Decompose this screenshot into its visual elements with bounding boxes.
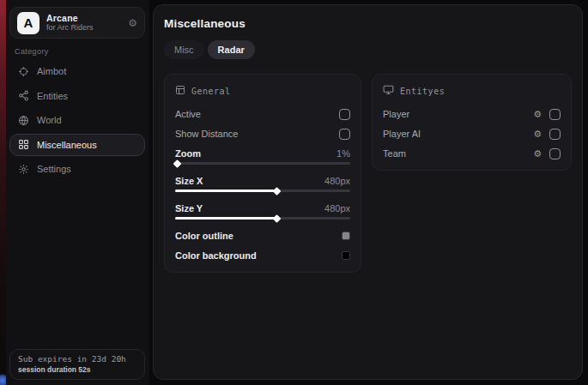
app-name: Arcane bbox=[46, 13, 121, 23]
color-outline-label: Color outline bbox=[175, 231, 233, 241]
sidebar-item-label: Settings bbox=[37, 164, 71, 174]
size-x-value: 480px bbox=[324, 176, 350, 186]
general-panel-header: General bbox=[175, 83, 350, 99]
app-subtitle: for Arc Riders bbox=[46, 23, 121, 32]
zoom-label: Zoom bbox=[175, 148, 201, 159]
tab-misc[interactable]: Misc bbox=[164, 40, 204, 59]
active-label: Active bbox=[175, 109, 201, 119]
sidebar-nav: Aimbot Entities World bbox=[9, 60, 145, 183]
player-ai-controls: ⚙ bbox=[533, 129, 561, 140]
size-x-slider-thumb[interactable] bbox=[273, 187, 282, 196]
player-row: Player ⚙ bbox=[383, 108, 561, 120]
sidebar: A Arcane for Arc Riders ⚙ Category Aimbo… bbox=[6, 0, 149, 385]
size-x-slider-fill bbox=[175, 189, 276, 192]
crosshair-icon bbox=[18, 66, 29, 77]
player-ai-label: Player AI bbox=[383, 129, 421, 139]
color-background-row: Color background bbox=[175, 250, 350, 262]
size-x-slider[interactable] bbox=[175, 189, 350, 192]
zoom-row: Zoom 1% bbox=[175, 147, 350, 159]
page-title: Miscellaneous bbox=[164, 17, 572, 30]
sidebar-item-label: Miscellaneous bbox=[37, 140, 97, 150]
size-y-slider[interactable] bbox=[175, 217, 350, 220]
zoom-slider-thumb[interactable] bbox=[173, 159, 182, 168]
player-ai-row: Player AI ⚙ bbox=[383, 128, 561, 140]
sidebar-item-world[interactable]: World bbox=[9, 109, 145, 131]
settings-gear-icon[interactable]: ⚙ bbox=[128, 17, 137, 29]
general-panel: General Active Show Distance Zoom 1% bbox=[164, 74, 361, 273]
globe-icon bbox=[18, 115, 29, 126]
color-outline-row: Color outline bbox=[175, 230, 350, 242]
team-row: Team ⚙ bbox=[383, 147, 561, 159]
tab-bar: Misc Radar bbox=[164, 40, 572, 59]
active-row: Active bbox=[175, 108, 350, 120]
app-window: A Arcane for Arc Riders ⚙ Category Aimbo… bbox=[0, 0, 588, 385]
sub-expiry-text: Sub expires in 23d 20h bbox=[18, 354, 136, 364]
logo-card: A Arcane for Arc Riders ⚙ bbox=[9, 7, 145, 39]
monitor-icon bbox=[383, 83, 394, 99]
game-background-edge bbox=[0, 0, 6, 385]
panels-row: General Active Show Distance Zoom 1% bbox=[164, 74, 572, 273]
entities-panel-title: Entityes bbox=[400, 87, 445, 96]
size-y-row: Size Y 480px bbox=[175, 202, 350, 214]
player-gear-icon[interactable]: ⚙ bbox=[533, 110, 542, 119]
team-gear-icon[interactable]: ⚙ bbox=[533, 149, 542, 159]
color-outline-swatch[interactable] bbox=[342, 232, 350, 240]
general-icon bbox=[175, 83, 185, 99]
size-y-value: 480px bbox=[324, 203, 350, 214]
category-label: Category bbox=[15, 47, 49, 56]
team-label: Team bbox=[383, 148, 406, 159]
size-x-row: Size X 480px bbox=[175, 175, 350, 187]
main-content: Miscellaneous Misc Radar General Active bbox=[153, 4, 583, 380]
size-x-label: Size X bbox=[175, 176, 203, 186]
grid-icon bbox=[18, 139, 29, 150]
general-panel-title: General bbox=[191, 87, 231, 96]
size-y-slider-fill bbox=[175, 217, 276, 220]
sidebar-item-entities[interactable]: Entities bbox=[9, 85, 145, 107]
active-checkbox[interactable] bbox=[339, 109, 350, 120]
entities-icon bbox=[18, 90, 29, 101]
entities-panel-header: Entityes bbox=[383, 83, 561, 99]
size-y-label: Size Y bbox=[175, 203, 203, 214]
sidebar-item-aimbot[interactable]: Aimbot bbox=[9, 60, 145, 82]
show-distance-checkbox[interactable] bbox=[339, 129, 350, 140]
zoom-slider[interactable] bbox=[175, 162, 350, 165]
subscription-card: Sub expires in 23d 20h session duration … bbox=[9, 349, 145, 380]
player-ai-checkbox[interactable] bbox=[549, 129, 561, 140]
zoom-value: 1% bbox=[336, 148, 350, 159]
player-ai-gear-icon[interactable]: ⚙ bbox=[533, 129, 542, 139]
zoom-slider-fill bbox=[175, 162, 177, 165]
sidebar-item-label: Aimbot bbox=[37, 66, 66, 76]
sidebar-item-miscellaneous[interactable]: Miscellaneous bbox=[9, 134, 145, 156]
app-logo: A bbox=[17, 12, 39, 34]
app-title-block: Arcane for Arc Riders bbox=[46, 13, 121, 32]
gear-icon bbox=[18, 164, 29, 175]
entities-panel: Entityes Player ⚙ Player AI ⚙ bbox=[372, 74, 572, 171]
player-controls: ⚙ bbox=[533, 109, 561, 120]
team-checkbox[interactable] bbox=[549, 148, 561, 159]
team-controls: ⚙ bbox=[533, 148, 561, 159]
sidebar-item-label: Entities bbox=[37, 91, 68, 101]
color-background-swatch[interactable] bbox=[342, 251, 350, 260]
player-label: Player bbox=[383, 109, 409, 119]
sidebar-item-label: World bbox=[37, 115, 62, 125]
sidebar-item-settings[interactable]: Settings bbox=[9, 158, 145, 180]
show-distance-label: Show Distance bbox=[175, 129, 238, 139]
size-y-slider-thumb[interactable] bbox=[273, 214, 282, 223]
tab-radar[interactable]: Radar bbox=[208, 40, 255, 59]
show-distance-row: Show Distance bbox=[175, 128, 350, 140]
session-duration-text: session duration 52s bbox=[18, 365, 136, 374]
player-checkbox[interactable] bbox=[549, 109, 561, 120]
color-background-label: Color background bbox=[175, 250, 257, 261]
